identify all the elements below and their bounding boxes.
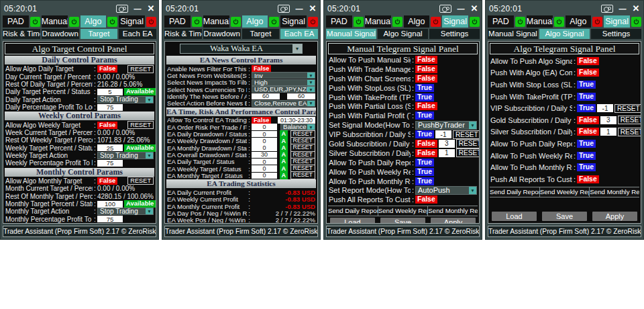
value-dropdown[interactable]: Stop Trading▼ <box>97 96 154 103</box>
value-dropdown[interactable]: Stop Trading▼ <box>97 152 154 159</box>
toggle-badge-true[interactable]: True <box>415 168 434 176</box>
reset-button[interactable]: RESET <box>127 65 154 73</box>
value-input[interactable] <box>97 201 123 208</box>
send-monthly-report-button[interactable]: Send Monthly Report <box>589 187 639 197</box>
reset-button[interactable]: RESET <box>618 116 641 124</box>
power-button-manual[interactable] <box>554 17 564 27</box>
reset-button[interactable]: RESET <box>614 104 641 113</box>
apply-button[interactable]: Apply <box>431 218 476 224</box>
minimize-button[interactable]: — <box>133 5 142 13</box>
toggle-badge-false[interactable]: False <box>97 65 117 73</box>
reset-button[interactable]: RESET <box>456 148 480 157</box>
close-button[interactable]: ✕ <box>632 3 640 13</box>
subtab-each-ea[interactable]: Each EA <box>280 29 318 39</box>
toggle-badge-true[interactable]: True <box>577 81 596 89</box>
value-input[interactable] <box>97 216 123 222</box>
reset-button[interactable]: RESET <box>290 171 315 179</box>
tab-manual[interactable]: Manual <box>365 15 391 28</box>
subtab-settings[interactable]: Settings <box>591 29 641 39</box>
send-daily-report-button[interactable]: Send Daily Report <box>328 206 378 216</box>
reset-button[interactable]: RESET <box>127 121 154 129</box>
tab-manual[interactable]: Manual <box>527 15 553 28</box>
toggle-badge-false[interactable]: False <box>577 57 599 65</box>
value-input[interactable] <box>97 160 123 167</box>
save-button[interactable]: Save <box>542 212 587 221</box>
value-input[interactable] <box>252 131 277 138</box>
toggle-badge-true[interactable]: True <box>577 140 596 148</box>
subtab-manual-signal[interactable]: Manual Signal <box>326 29 376 39</box>
toggle-badge-false[interactable]: False <box>415 195 437 204</box>
value-input[interactable] <box>439 140 455 148</box>
subtab-drawdown[interactable]: Drawdown <box>42 29 79 39</box>
value-input[interactable] <box>97 89 123 95</box>
minimize-button[interactable]: — <box>619 5 627 13</box>
power-button-signal[interactable] <box>631 17 641 27</box>
value-input[interactable] <box>439 149 455 157</box>
toggle-badge-true[interactable]: True <box>415 93 434 101</box>
value-input[interactable] <box>287 93 315 100</box>
subtab-risk-time[interactable]: Risk & Time <box>3 29 40 39</box>
subtab-risk-time[interactable]: Risk & Time <box>164 29 202 39</box>
power-button-manual[interactable] <box>69 17 79 27</box>
tab-manual[interactable]: Manual <box>203 15 229 28</box>
tab-signal[interactable]: Signal <box>119 15 145 28</box>
power-button-signal[interactable] <box>308 17 318 27</box>
toggle-badge-true[interactable]: True <box>415 130 434 138</box>
tab-signal[interactable]: Signal <box>604 15 630 28</box>
toggle-badge-false[interactable]: False <box>415 149 437 157</box>
minimize-button[interactable]: — <box>295 5 303 13</box>
power-button-algo[interactable] <box>431 17 441 27</box>
toggle-badge-false[interactable]: False <box>252 65 271 72</box>
tab-signal[interactable]: Signal <box>442 15 468 28</box>
subtab-algo-signal[interactable]: Algo Signal <box>539 29 590 39</box>
value-dropdown[interactable]: AutoPush▼ <box>415 186 477 195</box>
toggle-badge-true[interactable]: True <box>577 104 596 112</box>
value-input[interactable] <box>435 130 451 138</box>
toggle-badge-false[interactable]: False <box>577 69 599 77</box>
tab-algo[interactable]: Algo <box>404 15 430 28</box>
power-button-pad[interactable] <box>192 17 202 27</box>
power-button-algo[interactable] <box>269 17 279 27</box>
power-button-pad[interactable] <box>30 17 40 27</box>
toggle-badge-false[interactable]: False <box>577 128 599 136</box>
toggle-badge-false[interactable]: False <box>577 175 599 183</box>
power-button-manual[interactable] <box>231 17 241 27</box>
toggle-badge-false[interactable]: False <box>415 140 437 148</box>
toggle-badge-false[interactable]: False <box>97 122 117 129</box>
value-input[interactable] <box>252 144 277 151</box>
tab-manual[interactable]: Manual <box>42 15 68 28</box>
tab-pad[interactable]: PAD <box>164 15 191 28</box>
toggle-badge-true[interactable]: True <box>415 177 434 185</box>
load-button[interactable]: Load <box>330 218 375 224</box>
subtab-drawdown[interactable]: Drawdown <box>203 29 241 39</box>
value-input[interactable] <box>597 104 613 112</box>
value-dropdown[interactable]: USD,EUR,JPY,NZD▼ <box>252 86 315 93</box>
toggle-badge-false[interactable]: False <box>97 177 117 185</box>
toggle-badge-true[interactable]: True <box>415 159 434 167</box>
power-button-manual[interactable] <box>392 17 402 27</box>
toggle-badge-false[interactable]: False <box>415 56 437 64</box>
power-button-signal[interactable] <box>146 17 156 27</box>
send-weekly-report-button[interactable]: Send Weekly Report <box>378 206 428 216</box>
toggle-badge-false[interactable]: False <box>415 65 437 73</box>
send-weekly-report-button[interactable]: Send Weekly Report <box>539 187 590 197</box>
tab-algo[interactable]: Algo <box>242 15 268 28</box>
value-input[interactable] <box>97 144 123 151</box>
value-input[interactable] <box>252 93 280 100</box>
subtab-manual-signal[interactable]: Manual Signal <box>488 29 538 39</box>
value-input[interactable] <box>600 116 616 124</box>
subtab-target[interactable]: Target <box>242 29 280 39</box>
value-input[interactable] <box>252 159 277 165</box>
tab-pad[interactable]: PAD <box>326 15 352 28</box>
value-input[interactable] <box>600 128 616 136</box>
close-button[interactable]: ✕ <box>470 3 478 13</box>
send-monthly-report-button[interactable]: Send Monthly Report <box>427 206 478 216</box>
subtab-settings[interactable]: Settings <box>429 29 480 39</box>
close-button[interactable]: ✕ <box>147 3 155 13</box>
value-input[interactable] <box>252 152 277 159</box>
toggle-badge-true[interactable]: True <box>577 152 596 160</box>
value-input[interactable] <box>97 104 123 111</box>
ea-selector-dropdown[interactable]: Waka Waka EA▼ <box>180 44 303 54</box>
value-input[interactable] <box>252 138 277 144</box>
toggle-badge-true[interactable]: True <box>577 163 596 171</box>
